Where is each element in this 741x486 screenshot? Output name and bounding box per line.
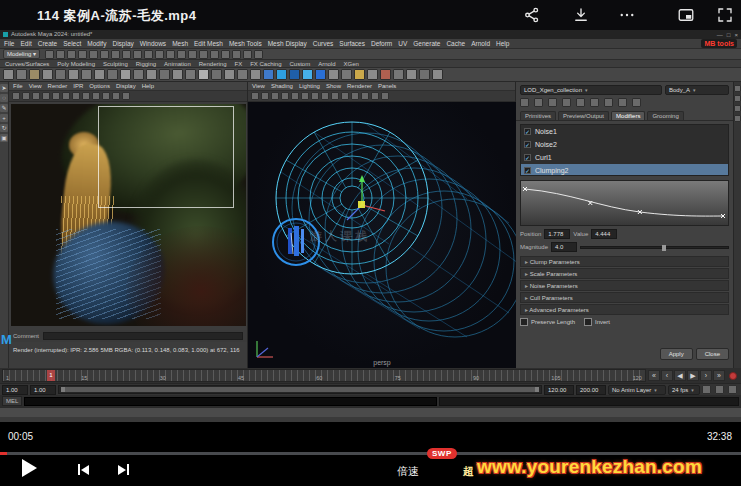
shelf-icon[interactable] — [315, 69, 326, 80]
window-button[interactable]: □ — [727, 32, 731, 38]
render-icon[interactable] — [12, 92, 20, 100]
modifier-row[interactable]: ✓Curl1 — [521, 151, 728, 164]
shelf-icon[interactable] — [55, 69, 66, 80]
panel-menu-item[interactable]: Show — [326, 83, 341, 89]
pip-icon[interactable] — [677, 6, 695, 24]
film-gate-icon[interactable] — [331, 92, 339, 100]
menu-item[interactable]: Edit — [20, 40, 31, 47]
shelf-icon[interactable] — [133, 69, 144, 80]
anim-preferences-icon[interactable] — [728, 385, 737, 394]
shelf-icon[interactable] — [276, 69, 287, 80]
option-checkbox[interactable]: Invert — [584, 318, 610, 326]
ramp-value-field[interactable]: 4.444 — [591, 229, 617, 239]
window-button[interactable]: × — [734, 32, 738, 38]
export-collection-icon[interactable] — [562, 98, 571, 107]
step-forward-button[interactable]: › — [700, 370, 712, 381]
section-header[interactable]: Advanced Parameters — [520, 304, 729, 315]
shelf-icon[interactable] — [432, 69, 443, 80]
panel-menu-item[interactable]: View — [252, 83, 265, 89]
xgen-tab[interactable]: Modifiers — [611, 111, 645, 120]
description-dropdown[interactable]: Body_A▾ — [665, 85, 729, 95]
command-input[interactable] — [24, 397, 437, 406]
anim-layer-dropdown[interactable]: No Anim Layer▾ — [608, 385, 666, 395]
shelf-tab[interactable]: Poly Modeling — [57, 61, 95, 67]
lasso-tool-icon[interactable]: ◌ — [0, 94, 8, 102]
xgen-tab[interactable]: Primitives — [520, 111, 556, 120]
previous-button[interactable] — [78, 464, 89, 475]
menu-item[interactable]: Deform — [371, 40, 392, 47]
menu-item[interactable]: Edit Mesh — [194, 40, 223, 47]
playback-options-icon[interactable] — [715, 385, 724, 394]
play-backwards-button[interactable]: ◀ — [674, 370, 686, 381]
modifier-enabled-checkbox[interactable]: ✓ — [524, 154, 531, 161]
scale-tool-icon[interactable]: ▣ — [0, 134, 8, 142]
grid-toggle-icon[interactable] — [321, 92, 329, 100]
gate-mask-icon[interactable] — [351, 92, 359, 100]
collection-dropdown[interactable]: LOD_Xgen_collection▾ — [520, 85, 662, 95]
snap-view-plane-icon[interactable] — [144, 50, 153, 59]
time-slider-track[interactable]: 1153045607590105120 1 — [2, 369, 646, 382]
menu-item[interactable]: File — [4, 40, 14, 47]
more-icon[interactable] — [618, 6, 636, 24]
panel-menu-item[interactable]: File — [13, 83, 23, 89]
guides-toggle-icon[interactable] — [604, 98, 613, 107]
panel-menu-item[interactable]: Options — [89, 83, 110, 89]
shelf-tab[interactable]: Curves/Surfaces — [5, 61, 49, 67]
shelf-tab[interactable]: XGen — [344, 61, 359, 67]
remove-image-icon[interactable] — [112, 92, 120, 100]
modifier-enabled-checkbox[interactable]: ✓ — [524, 167, 531, 174]
shelf-icon[interactable] — [159, 69, 170, 80]
undo-icon[interactable] — [78, 50, 87, 59]
menu-item[interactable]: Display — [112, 40, 133, 47]
xgen-tab[interactable]: Preview/Output — [558, 111, 609, 120]
exposure-icon[interactable] — [122, 92, 130, 100]
attribute-editor-tab-icon[interactable] — [734, 85, 741, 92]
panel-menu-item[interactable]: Render — [48, 83, 68, 89]
range-fill[interactable] — [61, 387, 539, 392]
image-plane-icon[interactable] — [291, 92, 299, 100]
shelf-icon[interactable] — [328, 69, 339, 80]
shelf-icon[interactable] — [42, 69, 53, 80]
xgen-tab[interactable]: Grooming — [647, 111, 683, 120]
alpha-channel-icon[interactable] — [82, 92, 90, 100]
isolate-select-icon[interactable] — [311, 92, 319, 100]
shelf-tab[interactable]: Sculpting — [103, 61, 128, 67]
menu-item[interactable]: UV — [398, 40, 407, 47]
shelf-icon[interactable] — [120, 69, 131, 80]
redo-icon[interactable] — [89, 50, 98, 59]
render-frame-icon[interactable] — [210, 50, 219, 59]
shelf-icon[interactable] — [224, 69, 235, 80]
output-connections-icon[interactable] — [177, 50, 186, 59]
menu-item[interactable]: Curves — [313, 40, 334, 47]
ipr-render-icon[interactable] — [221, 50, 230, 59]
swp-badge[interactable]: SWP — [427, 448, 457, 459]
safe-action-icon[interactable] — [371, 92, 379, 100]
2d-pan-zoom-icon[interactable] — [301, 92, 309, 100]
fps-dropdown[interactable]: 24 fps▾ — [668, 385, 700, 395]
modifier-enabled-checkbox[interactable]: ✓ — [524, 141, 531, 148]
rotate-tool-icon[interactable]: ↻ — [0, 124, 8, 132]
move-tool-icon[interactable]: + — [0, 114, 8, 122]
section-header[interactable]: Clump Parameters — [520, 256, 729, 267]
panel-menu-item[interactable]: Panels — [378, 83, 396, 89]
go-to-start-button[interactable]: « — [648, 370, 660, 381]
shelf-tab[interactable]: Rendering — [199, 61, 227, 67]
magnitude-field[interactable]: 4.0 — [551, 242, 577, 252]
menu-item[interactable]: Windows — [140, 40, 166, 47]
snap-point-icon[interactable] — [122, 50, 131, 59]
modifier-row[interactable]: ✓Clumping2 — [521, 164, 728, 176]
menu-item[interactable]: Arnold — [471, 40, 490, 47]
modifier-enabled-checkbox[interactable]: ✓ — [524, 128, 531, 135]
shelf-icon[interactable] — [3, 69, 14, 80]
resolution-gate-icon[interactable] — [341, 92, 349, 100]
shelf-icon[interactable] — [211, 69, 222, 80]
mb-tools-badge[interactable]: MB tools — [701, 39, 737, 48]
construction-history-icon[interactable] — [188, 50, 197, 59]
ipr-render-icon[interactable] — [22, 92, 30, 100]
create-collection-icon[interactable] — [534, 98, 543, 107]
menu-item[interactable]: Help — [496, 40, 509, 47]
menu-item[interactable]: Mesh Display — [268, 40, 307, 47]
shelf-icon[interactable] — [146, 69, 157, 80]
quality-button[interactable]: 超 — [463, 464, 474, 479]
panel-menu-item[interactable]: Shading — [271, 83, 293, 89]
